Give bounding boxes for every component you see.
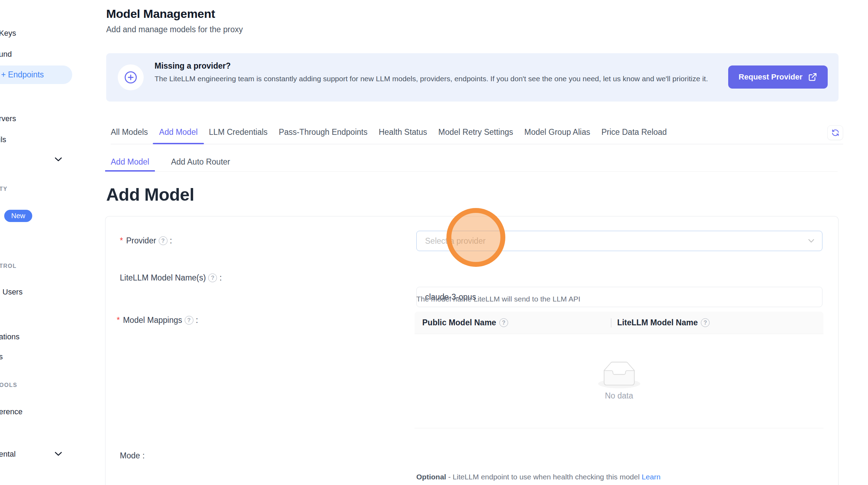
help-icon[interactable]: ? xyxy=(159,236,168,245)
empty-inbox-icon xyxy=(598,361,640,388)
help-icon[interactable]: ? xyxy=(499,318,508,327)
sidebar-item-s[interactable]: s xyxy=(0,352,3,361)
col-public-label: Public Model Name xyxy=(422,318,496,327)
chevron-down-icon xyxy=(54,157,62,162)
sidebar-item-users[interactable]: Users xyxy=(2,287,22,297)
tab-health-status[interactable]: Health Status xyxy=(379,127,427,144)
help-icon[interactable]: ? xyxy=(208,273,217,282)
sidebar-item-servers[interactable]: rvers xyxy=(0,114,16,123)
section-heading: Add Model xyxy=(106,185,194,205)
provider-select[interactable]: Select a provider xyxy=(416,231,822,251)
subtab-add-model[interactable]: Add Model xyxy=(105,153,155,171)
mode-helper-bold: Optional xyxy=(416,473,446,481)
no-data-text: No data xyxy=(605,391,633,401)
sidebar-item-organizations[interactable]: ations xyxy=(0,332,20,341)
help-icon[interactable]: ? xyxy=(185,316,193,325)
model-mappings-label: *Model Mappings?: xyxy=(117,316,198,325)
subtab-add-auto-router[interactable]: Add Auto Router xyxy=(165,153,236,171)
sidebar-item-label: + Endpoints xyxy=(1,70,44,79)
model-mappings-table: Public Model Name ? LiteLLM Model Name ?… xyxy=(415,312,823,428)
mode-label: Mode: xyxy=(120,451,145,460)
new-badge: New xyxy=(4,210,32,222)
tab-add-model[interactable]: Add Model xyxy=(159,127,198,144)
external-link-icon xyxy=(808,72,817,82)
sidebar-item-keys[interactable]: Keys xyxy=(0,29,16,38)
refresh-button[interactable] xyxy=(827,125,843,140)
colon: : xyxy=(170,236,172,245)
model-mappings-label-text: Model Mappings xyxy=(123,316,182,325)
colon: : xyxy=(143,451,145,460)
colon: : xyxy=(196,316,198,325)
tab-pass-through-endpoints[interactable]: Pass-Through Endpoints xyxy=(279,127,368,144)
help-icon[interactable]: ? xyxy=(701,318,710,327)
tab-model-group-alias[interactable]: Model Group Alias xyxy=(524,127,590,144)
col-litellm-label: LiteLLM Model Name xyxy=(617,318,698,327)
banner-title: Missing a provider? xyxy=(155,61,715,71)
sidebar-item-guardrails[interactable]: ils xyxy=(0,135,6,144)
chevron-down-icon xyxy=(808,239,814,243)
tab-model-retry-settings[interactable]: Model Retry Settings xyxy=(438,127,513,144)
sidebar-item-playground[interactable]: und xyxy=(0,50,12,59)
model-name-label-text: LiteLLM Model Name(s) xyxy=(120,273,206,283)
sidebar: Keys und + Endpoints rvers ils TY New TR… xyxy=(0,0,74,485)
required-mark: * xyxy=(117,316,120,325)
mode-label-text: Mode xyxy=(120,451,140,460)
page-title: Model Management xyxy=(106,7,243,21)
page-header: Model Management Add and manage models f… xyxy=(106,7,243,34)
provider-select-placeholder: Select a provider xyxy=(425,236,486,246)
required-mark: * xyxy=(120,236,123,245)
col-public-model-name: Public Model Name ? xyxy=(415,318,611,327)
provider-label-text: Provider xyxy=(126,236,156,245)
sidebar-item-endpoints-active[interactable]: + Endpoints xyxy=(0,65,72,84)
sidebar-section-label: TY xyxy=(0,186,7,192)
tab-bar: All Models Add Model LLM Credentials Pas… xyxy=(111,125,843,144)
new-badge-label: New xyxy=(4,210,32,222)
sidebar-experimental-chevron[interactable] xyxy=(54,451,62,458)
tab-price-data-reload[interactable]: Price Data Reload xyxy=(601,127,667,144)
model-name-helper: The model name LiteLLM will send to the … xyxy=(416,295,580,303)
provider-label: *Provider?: xyxy=(120,236,172,245)
mappings-empty-state: No data xyxy=(415,334,823,428)
mode-helper-rest: - LiteLLM endpoint to use when health ch… xyxy=(446,473,642,481)
page-subtitle: Add and manage models for the proxy xyxy=(106,25,243,34)
sidebar-item-experimental[interactable]: ental xyxy=(0,450,16,459)
sidebar-item-erence[interactable]: erence xyxy=(0,407,22,416)
subtab-bar: Add Model Add Auto Router xyxy=(105,153,838,172)
tab-llm-credentials[interactable]: LLM Credentials xyxy=(209,127,267,144)
request-provider-button[interactable]: Request Provider xyxy=(728,65,828,89)
sidebar-section-label: OOLS xyxy=(0,382,17,388)
missing-provider-banner: Missing a provider? The LiteLLM engineer… xyxy=(106,53,839,102)
chevron-down-icon xyxy=(54,451,62,456)
colon: : xyxy=(219,273,221,283)
sidebar-collapsed-row[interactable] xyxy=(54,157,62,163)
mode-helper: Optional - LiteLLM endpoint to use when … xyxy=(416,473,661,481)
learn-link[interactable]: Learn xyxy=(642,473,661,481)
plus-circle-icon xyxy=(118,64,144,90)
request-provider-label: Request Provider xyxy=(739,72,802,82)
refresh-icon xyxy=(831,129,840,137)
litellm-admin-page: Keys und + Endpoints rvers ils TY New TR… xyxy=(0,0,868,485)
mappings-table-header: Public Model Name ? LiteLLM Model Name ? xyxy=(415,312,823,334)
sidebar-section-label: TROL xyxy=(0,263,17,269)
col-litellm-model-name: LiteLLM Model Name ? xyxy=(611,318,823,327)
model-name-label: LiteLLM Model Name(s)?: xyxy=(120,273,222,283)
tab-all-models[interactable]: All Models xyxy=(111,127,148,144)
banner-body: The LiteLLM engineering team is constant… xyxy=(155,74,715,84)
